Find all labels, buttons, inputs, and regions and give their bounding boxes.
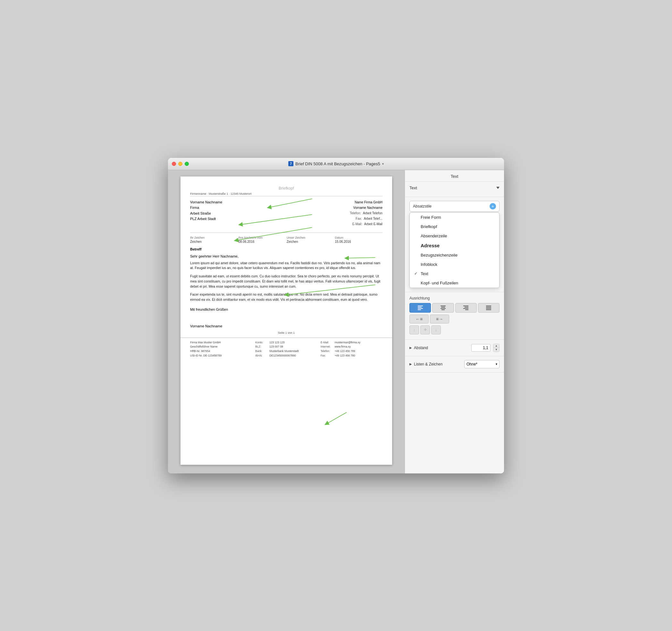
iban-val: DE123450000067890 — [269, 354, 296, 358]
email-val: Arbeit E-Mail — [364, 221, 383, 227]
style-item-briefkopf[interactable]: Briefkopf — [410, 222, 499, 231]
align-justify-button[interactable] — [478, 303, 500, 312]
svg-rect-16 — [463, 308, 469, 309]
abstand-decrease-button[interactable]: ▼ — [494, 348, 499, 352]
svg-rect-11 — [441, 307, 445, 307]
listen-section: ▶ Listen & Zeichen Ohne* ▾ — [405, 356, 504, 373]
col-bottom-button[interactable]: ↓ — [431, 325, 441, 334]
column-btns-row: ↑ ✛ ↓ — [409, 325, 500, 334]
style-item-bezugszeichenzeile[interactable]: Bezugszeichenzeile — [410, 251, 499, 260]
maximize-button[interactable] — [185, 162, 189, 166]
svg-rect-9 — [418, 309, 421, 310]
style-label-bezugszeichenzeile: Bezugszeichenzeile — [421, 253, 457, 257]
chevron-down-icon: ▾ — [382, 162, 384, 166]
style-label-infoblock: Infoblock — [421, 262, 437, 267]
add-style-button[interactable]: + — [489, 203, 496, 209]
absatzstile-header[interactable]: Absatzstile + — [409, 201, 500, 212]
footer-internet-row: Internet: www.firma.xy — [320, 345, 383, 349]
sender-contact: Vorname Nachname — [345, 205, 383, 210]
footer-hrb: HRB-Nr. 987654 — [190, 349, 252, 354]
main-content: Briefkopf Firmenname · Musterstraße 1 · … — [168, 170, 504, 473]
footer-col-1: Firma Max Muster GmbH Geschäftsführer Na… — [190, 340, 252, 358]
paragraph-2: Fugit suavitate ad eam, ut essent debiti… — [190, 274, 383, 289]
style-item-text[interactable]: ✓ Text — [410, 269, 499, 278]
text-style-row: Text — [409, 185, 500, 190]
telefon-val: Arbeit Telefon — [363, 210, 383, 216]
style-label-absenderzeile: Absenderzeile — [421, 233, 447, 238]
indent-decrease-button[interactable]: ←≡ — [409, 314, 429, 324]
bz-label-3: Datum — [335, 236, 383, 239]
svg-rect-17 — [465, 309, 469, 310]
document-page: Briefkopf Firmenname · Musterstraße 1 · … — [181, 176, 392, 465]
abstand-input[interactable] — [471, 344, 490, 352]
absender-line: Firmenname · Musterstraße 1 · 12345 Must… — [190, 192, 383, 196]
minimize-button[interactable] — [178, 162, 183, 166]
svg-rect-10 — [440, 306, 446, 306]
style-item-adresse[interactable]: Adresse — [410, 241, 499, 251]
style-item-infoblock[interactable]: Infoblock — [410, 260, 499, 269]
style-label-freieform: Freie Form — [421, 215, 441, 220]
doc-wrapper: Briefkopf Firmenname · Musterstraße 1 · … — [174, 176, 398, 465]
paragraph-1: Lorem ipsum ad qui amet dolore, vitae ce… — [190, 261, 383, 271]
sender-email-row: E-Mail: Arbeit E-Mail — [345, 221, 383, 227]
absatzstile-section: Absatzstile + Freie Form Briefkopf — [405, 197, 504, 292]
align-center-button[interactable] — [432, 303, 454, 312]
svg-rect-7 — [418, 307, 422, 307]
fax-val: Arbeit Telef... — [364, 216, 383, 221]
window-title: 7 Brief DIN 5008 A mit Bezugszeichen - P… — [288, 161, 383, 166]
internet-val: www.firma.xy — [335, 345, 351, 349]
konto-val: 123 123 123 — [269, 340, 284, 345]
text-style-section: Text — [405, 182, 504, 197]
align-right-button[interactable] — [455, 303, 477, 312]
footer-fax-label: Fax: — [320, 354, 333, 358]
style-item-absenderzeile[interactable]: Absenderzeile — [410, 231, 499, 241]
blz-val: 123 007 08 — [269, 345, 283, 349]
svg-rect-15 — [464, 307, 469, 307]
footer-email-label: E-Mail: — [320, 340, 333, 345]
page-footer: Firma Max Muster GmbH Geschäftsführer Na… — [181, 337, 392, 360]
align-buttons-row — [409, 303, 500, 312]
ausrichtung-label: Ausrichtung — [409, 296, 500, 300]
chevron-down-icon[interactable] — [496, 187, 500, 189]
footer-telefon-label: Telefon: — [320, 349, 333, 354]
style-label-briefkopf: Briefkopf — [421, 224, 437, 229]
title-bar: 7 Brief DIN 5008 A mit Bezugszeichen - P… — [168, 158, 504, 170]
listen-select[interactable]: Ohne* ▾ — [464, 360, 500, 368]
svg-rect-12 — [440, 308, 446, 309]
style-label-kopffusszeilen: Kopf- und Fußzeilen — [421, 281, 458, 285]
telefon-label: Telefon: — [345, 210, 361, 216]
bz-val-2: Zeichen — [287, 240, 334, 244]
checkmark-text: ✓ — [414, 271, 419, 276]
footer-email-row: E-Mail: mustermax@firma.xy — [320, 340, 383, 345]
align-left-button[interactable] — [409, 303, 431, 312]
col-top-button[interactable]: ↑ — [409, 325, 419, 334]
footer-gf: Geschäftsführer Name — [190, 345, 252, 349]
bz-val-3: 15.06.2016 — [335, 240, 383, 244]
iban-label: IBAN: — [255, 354, 268, 358]
svg-rect-18 — [486, 306, 491, 306]
bz-label-1: Ihre Nachricht vom — [239, 236, 286, 239]
footer-telefon-val: +49 123 456 789 — [335, 349, 355, 354]
abstand-increase-button[interactable]: ▲ — [494, 344, 499, 348]
sender-fax-row: Fax: Arbeit Telef... — [345, 216, 383, 221]
fax-label: Fax: — [346, 216, 362, 221]
listen-chevron-icon: ▾ — [496, 362, 497, 366]
absatzstile-list: Freie Form Briefkopf Absenderzeile — [409, 212, 500, 288]
sender-telefon-row: Telefon: Arbeit Telefon — [345, 210, 383, 216]
address-firma: Firma — [190, 205, 222, 211]
svg-rect-19 — [486, 307, 491, 307]
svg-rect-14 — [463, 306, 469, 306]
style-label-text: Text — [421, 271, 428, 276]
traffic-lights — [172, 162, 189, 166]
style-item-freieform[interactable]: Freie Form — [410, 213, 499, 222]
footer-fax-row: Fax: +49 123 456 780 — [320, 354, 383, 358]
page-number: Seite 1 von 1 — [181, 328, 392, 337]
style-item-kopffusszeilen[interactable]: Kopf- und Fußzeilen — [410, 278, 499, 288]
close-button[interactable] — [172, 162, 176, 166]
col-center-v-button[interactable]: ✛ — [420, 325, 430, 334]
listen-label: Listen & Zeichen — [414, 362, 462, 367]
indent-increase-button[interactable]: ≡→ — [430, 314, 449, 324]
footer-col-3: E-Mail: mustermax@firma.xy Internet: www… — [320, 340, 383, 358]
footer-email-val: mustermax@firma.xy — [335, 340, 360, 345]
footer-fax-val: +49 123 456 780 — [335, 354, 355, 358]
